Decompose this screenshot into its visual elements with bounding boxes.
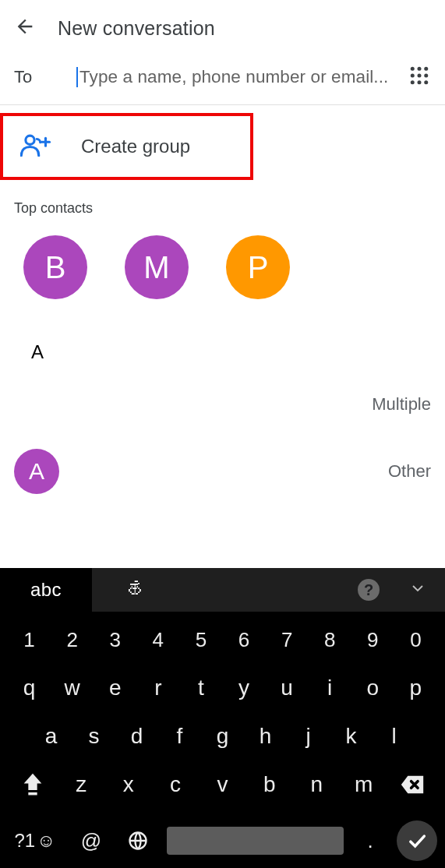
backspace-key[interactable] [387,763,437,806]
key-a[interactable]: a [30,715,72,758]
backspace-icon [399,771,426,798]
svg-point-5 [424,74,428,78]
globe-icon [127,830,149,852]
key-s[interactable]: s [72,715,115,758]
svg-point-7 [418,80,422,84]
contact-avatar [14,382,59,427]
key-7[interactable]: 7 [266,619,309,662]
symbols-key-label: ?1 [14,830,35,852]
key-c[interactable]: c [152,763,199,806]
text-cursor [76,67,78,87]
keyboard-row-numbers: 1 2 3 4 5 6 7 8 9 0 [3,619,442,662]
check-icon [406,830,428,852]
contact-avatar: A [14,449,59,494]
key-b[interactable]: b [246,763,293,806]
to-label: To [14,67,76,87]
key-f[interactable]: f [158,715,201,758]
emoji-icon: ☺ [37,830,56,852]
key-t[interactable]: t [179,666,222,710]
key-z[interactable]: z [58,763,104,806]
page-title: New conversation [58,17,215,40]
svg-rect-12 [28,792,37,796]
svg-point-6 [411,80,415,84]
keyboard-collapse-button[interactable] [411,581,425,598]
svg-point-8 [424,80,428,84]
key-o[interactable]: o [351,666,394,710]
keyboard-row-qwerty: q w e r t y u i o p [3,666,442,710]
top-contacts-label: Top contacts [0,180,445,217]
keyboard-help-button[interactable]: ? [358,579,380,601]
svg-point-1 [418,67,422,71]
key-6[interactable]: 6 [222,619,265,662]
create-group-highlight: Create group [0,113,253,180]
svg-point-3 [411,74,415,78]
space-key[interactable] [167,827,344,855]
enter-key[interactable] [397,820,437,861]
create-group-button[interactable]: Create group [20,133,233,160]
key-y[interactable]: y [222,666,265,710]
key-k[interactable]: k [330,715,373,758]
contact-row[interactable]: A Other [0,438,445,505]
svg-point-0 [411,67,415,71]
key-3[interactable]: 3 [94,619,136,662]
language-key[interactable] [120,830,156,852]
shift-icon [19,771,46,798]
svg-point-2 [424,67,428,71]
key-p[interactable]: p [394,666,437,710]
period-key[interactable]: . [355,829,386,853]
key-v[interactable]: v [199,763,245,806]
dialpad-button[interactable] [408,64,431,90]
key-8[interactable]: 8 [309,619,351,662]
key-e[interactable]: e [94,666,136,710]
key-9[interactable]: 9 [351,619,394,662]
dialpad-icon [408,64,431,87]
key-x[interactable]: x [104,763,151,806]
chevron-down-icon [411,581,425,595]
key-g[interactable]: g [201,715,244,758]
soft-keyboard: abc ಹ ? 1 2 3 4 5 6 7 8 9 0 q w e r [0,568,445,868]
at-key[interactable]: @ [73,829,109,853]
top-contacts-row: B M P [0,217,445,318]
shift-key[interactable] [8,763,58,806]
svg-point-9 [26,136,34,144]
key-5[interactable]: 5 [179,619,222,662]
top-contact-avatar[interactable]: M [125,235,189,299]
key-i[interactable]: i [309,666,351,710]
keyboard-row-asdf: a s d f g h j k l [3,715,442,758]
recipient-input[interactable] [79,67,398,87]
key-u[interactable]: u [266,666,309,710]
contact-row[interactable]: Multiple [0,371,445,438]
key-r[interactable]: r [136,666,179,710]
arrow-left-icon [14,16,36,37]
svg-point-4 [418,74,422,78]
keyboard-row-zxcv: z x c v b n m [3,763,442,806]
create-group-label: Create group [81,136,190,157]
key-n[interactable]: n [293,763,340,806]
contact-type-label: Other [388,461,431,482]
key-m[interactable]: m [341,763,387,806]
keyboard-mode-tab[interactable]: abc [0,568,92,612]
contact-type-label: Multiple [372,394,431,415]
top-contact-avatar[interactable]: P [226,235,290,299]
key-0[interactable]: 0 [394,619,437,662]
symbols-key[interactable]: ?1☺ [8,830,62,852]
to-row: To [0,56,445,105]
key-2[interactable]: 2 [51,619,94,662]
key-1[interactable]: 1 [8,619,51,662]
key-q[interactable]: q [8,666,51,710]
section-letter: A [0,318,445,371]
group-add-icon [20,133,51,160]
key-l[interactable]: l [373,715,415,758]
back-button[interactable] [14,16,36,41]
key-4[interactable]: 4 [136,619,179,662]
key-h[interactable]: h [244,715,287,758]
keyboard-script-tab[interactable]: ಹ [123,577,145,603]
top-contact-avatar[interactable]: B [23,235,87,299]
key-d[interactable]: d [115,715,158,758]
key-j[interactable]: j [287,715,330,758]
key-w[interactable]: w [51,666,94,710]
